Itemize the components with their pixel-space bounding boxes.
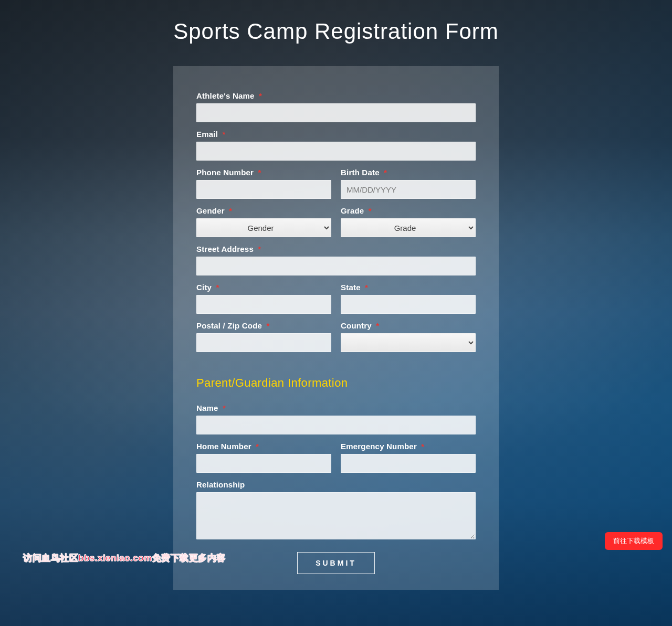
label-text: Postal / Zip Code bbox=[196, 321, 262, 330]
label-text: Birth Date bbox=[341, 168, 380, 177]
required-marker: * bbox=[258, 245, 261, 253]
emergency-number-label: Emergency Number * bbox=[341, 442, 476, 451]
required-marker: * bbox=[229, 206, 232, 215]
birth-date-label: Birth Date * bbox=[341, 168, 476, 177]
label-text: Relationship bbox=[196, 480, 245, 489]
label-text: Phone Number bbox=[196, 168, 254, 177]
label-text: Grade bbox=[341, 206, 364, 215]
required-marker: * bbox=[222, 130, 225, 139]
street-address-label: Street Address * bbox=[196, 245, 476, 253]
label-text: Name bbox=[196, 404, 218, 412]
page-title: Sports Camp Registration Form bbox=[0, 0, 672, 59]
guardian-name-input[interactable] bbox=[196, 416, 476, 434]
relationship-textarea[interactable] bbox=[196, 492, 476, 539]
required-marker: * bbox=[216, 283, 219, 292]
required-marker: * bbox=[259, 91, 262, 100]
relationship-label: Relationship bbox=[196, 480, 476, 489]
label-text: Home Number bbox=[196, 442, 251, 451]
gender-select[interactable]: Gender bbox=[196, 218, 331, 237]
email-label: Email * bbox=[196, 130, 476, 139]
label-text: Emergency Number bbox=[341, 442, 417, 451]
athlete-name-input[interactable] bbox=[196, 103, 476, 122]
country-label: Country * bbox=[341, 321, 476, 330]
city-label: City * bbox=[196, 283, 331, 292]
required-marker: * bbox=[376, 321, 379, 330]
required-marker: * bbox=[258, 168, 261, 177]
submit-button[interactable]: SUBMIT bbox=[297, 552, 375, 574]
email-input[interactable] bbox=[196, 142, 476, 161]
label-text: Street Address bbox=[196, 245, 254, 253]
athlete-name-label: Athlete's Name * bbox=[196, 91, 476, 100]
required-marker: * bbox=[223, 404, 226, 412]
required-marker: * bbox=[365, 283, 368, 292]
emergency-number-input[interactable] bbox=[341, 454, 476, 473]
street-address-input[interactable] bbox=[196, 257, 476, 275]
home-number-input[interactable] bbox=[196, 454, 331, 473]
birth-date-input[interactable] bbox=[341, 180, 476, 199]
postal-code-input[interactable] bbox=[196, 333, 331, 352]
grade-label: Grade * bbox=[341, 206, 476, 215]
country-select[interactable] bbox=[341, 333, 476, 352]
download-template-button[interactable]: 前往下载模板 bbox=[605, 532, 663, 550]
label-text: Athlete's Name bbox=[196, 91, 255, 100]
grade-select[interactable]: Grade bbox=[341, 218, 476, 237]
label-text: City bbox=[196, 283, 212, 292]
required-marker: * bbox=[369, 206, 372, 215]
phone-label: Phone Number * bbox=[196, 168, 331, 177]
postal-code-label: Postal / Zip Code * bbox=[196, 321, 331, 330]
gender-label: Gender * bbox=[196, 206, 331, 215]
label-text: Gender bbox=[196, 206, 225, 215]
phone-input[interactable] bbox=[196, 180, 331, 199]
home-number-label: Home Number * bbox=[196, 442, 331, 451]
label-text: Email bbox=[196, 130, 218, 139]
guardian-name-label: Name * bbox=[196, 404, 476, 412]
label-text: Country bbox=[341, 321, 372, 330]
required-marker: * bbox=[421, 442, 424, 451]
required-marker: * bbox=[266, 321, 269, 330]
guardian-section-title: Parent/Guardian Information bbox=[196, 376, 476, 390]
required-marker: * bbox=[384, 168, 387, 177]
registration-form-card: Athlete's Name * Email * Phone Number bbox=[173, 66, 499, 590]
state-input[interactable] bbox=[341, 295, 476, 314]
required-marker: * bbox=[256, 442, 259, 451]
state-label: State * bbox=[341, 283, 476, 292]
city-input[interactable] bbox=[196, 295, 331, 314]
label-text: State bbox=[341, 283, 361, 292]
